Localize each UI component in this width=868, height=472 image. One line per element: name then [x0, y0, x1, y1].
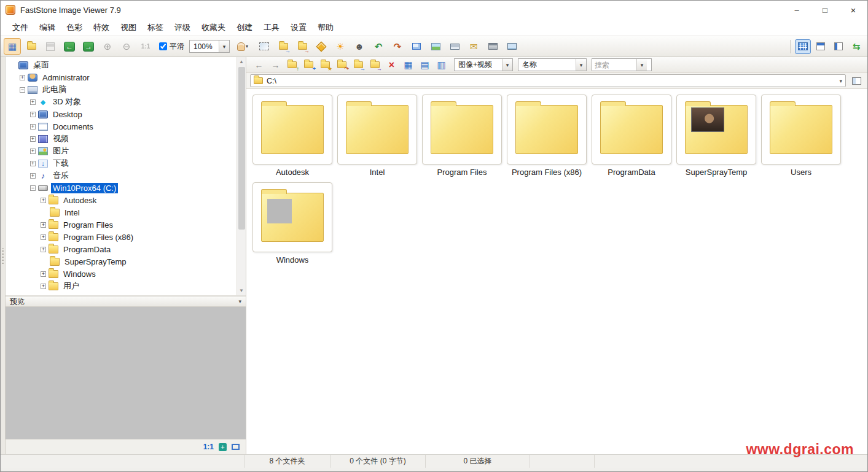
tree-label[interactable]: 下载 — [51, 157, 71, 169]
forward-button[interactable]: → — [268, 58, 283, 72]
thumbnail-SuperSprayTemp[interactable]: SuperSprayTemp — [676, 95, 756, 177]
view-thumbnails-button[interactable]: ▦ — [401, 58, 416, 72]
menu-item-11[interactable]: 帮助 — [312, 19, 339, 36]
tree-label[interactable]: 此电脑 — [41, 83, 68, 96]
red-eye-removal-button[interactable]: ☻ — [351, 38, 368, 55]
menu-item-8[interactable]: 创建 — [231, 19, 258, 36]
tree-item-下载[interactable]: +↓下载 — [6, 157, 237, 169]
fullscreen-switch-button[interactable]: ⇆ — [848, 39, 864, 54]
menu-item-5[interactable]: 标签 — [142, 19, 169, 36]
maximize-button[interactable]: □ — [811, 1, 839, 19]
expand-icon[interactable]: + — [41, 222, 46, 228]
menu-item-1[interactable]: 编辑 — [34, 19, 61, 36]
zoom-in-button[interactable]: ⊕ — [99, 38, 116, 55]
save-as-button[interactable] — [42, 38, 59, 55]
address-field[interactable]: C:\ ▾ — [250, 74, 846, 87]
left-edge-panel[interactable] — [1, 57, 6, 454]
next-image-button[interactable]: → — [80, 38, 97, 55]
filter-dropdown-icon[interactable]: ▾ — [502, 59, 512, 71]
tree-label[interactable]: Win10Prox64 (C:) — [51, 183, 118, 193]
expand-icon[interactable]: + — [30, 161, 36, 166]
thumbnail-card[interactable] — [507, 95, 587, 164]
layout-viewer-button[interactable] — [813, 39, 829, 54]
search-input[interactable] — [592, 60, 636, 70]
tree-item-SuperSprayTemp[interactable]: SuperSprayTemp — [6, 255, 237, 268]
scan-button[interactable] — [446, 38, 463, 55]
tree-item-Administrator[interactable]: +Administrator — [6, 71, 237, 83]
menu-item-10[interactable]: 设置 — [285, 19, 312, 36]
tree-panel-toggle-button[interactable] — [849, 74, 864, 87]
tree-label[interactable]: Autodesk — [61, 195, 98, 206]
tree-label[interactable]: 音乐 — [51, 169, 71, 182]
zoom-dropdown-icon[interactable]: ▾ — [219, 41, 229, 52]
tree-label[interactable]: 用户 — [61, 280, 81, 292]
tree-item-Program-Files-(x86)[interactable]: +Program Files (x86) — [6, 231, 237, 243]
expand-icon[interactable]: + — [30, 112, 36, 117]
preview-pan-button[interactable]: + — [219, 443, 227, 451]
tree-label[interactable]: Administrator — [41, 72, 92, 83]
filter-combobox[interactable]: 图像+视频 ▾ — [454, 58, 513, 71]
expand-icon[interactable]: + — [41, 247, 46, 252]
delete-button[interactable]: × — [384, 58, 399, 72]
thumbnail-card[interactable] — [337, 95, 417, 164]
actual-size-button[interactable]: 1:1 — [137, 38, 154, 55]
tree-item-3D-对象[interactable]: +◆3D 对象 — [6, 96, 237, 108]
tree-item-Intel[interactable]: Intel — [6, 206, 237, 219]
expand-icon[interactable]: + — [30, 124, 36, 130]
expand-icon[interactable]: + — [41, 234, 46, 240]
thumbnail-ProgramData[interactable]: ProgramData — [592, 95, 671, 177]
layout-browser-button[interactable] — [795, 39, 811, 54]
tree-item-Program-Files[interactable]: +Program Files — [6, 219, 237, 231]
preview-collapse-icon[interactable]: ▾ — [238, 298, 241, 304]
tree-item-桌面[interactable]: 桌面 — [6, 59, 237, 71]
tree-item-Windows[interactable]: +Windows — [6, 268, 237, 280]
thumbnail-card[interactable] — [252, 95, 332, 164]
tree-label[interactable]: Program Files — [61, 220, 115, 230]
menu-item-3[interactable]: 特效 — [88, 19, 115, 36]
tree-label[interactable]: 3D 对象 — [51, 96, 83, 108]
tree-label[interactable]: Windows — [61, 269, 98, 279]
thumbnail-Autodesk[interactable]: Autodesk — [252, 95, 332, 177]
tag-button[interactable] — [313, 38, 330, 55]
expand-icon[interactable]: + — [41, 271, 46, 277]
close-button[interactable]: × — [839, 1, 867, 19]
sort-dropdown-icon[interactable]: ▾ — [576, 59, 586, 71]
tree-item-Autodesk[interactable]: +Autodesk — [6, 194, 237, 206]
tree-label[interactable]: 桌面 — [31, 59, 51, 71]
tree-label[interactable]: ProgramData — [61, 244, 112, 255]
tree-label[interactable]: Desktop — [51, 109, 84, 120]
move-to-button[interactable]: → — [367, 58, 383, 72]
resize-grip[interactable] — [859, 463, 867, 471]
scroll-up-icon[interactable]: ▲ — [237, 57, 246, 66]
crop-board-button[interactable] — [256, 38, 273, 55]
tree-item-图片[interactable]: +图片 — [6, 145, 237, 157]
zoom-percent-combobox[interactable]: 100% ▾ — [189, 40, 230, 53]
edge-grip[interactable] — [2, 248, 4, 264]
tree-item-Documents[interactable]: +Documents — [6, 120, 237, 133]
zoom-out-button[interactable]: ⊖ — [118, 38, 135, 55]
tree-scrollbar[interactable]: ▲ ▼ — [237, 57, 246, 295]
tree-item-音乐[interactable]: +♪音乐 — [6, 169, 237, 182]
set-wallpaper-button[interactable] — [427, 38, 444, 55]
scroll-down-icon[interactable]: ▼ — [237, 286, 246, 295]
open-file-button[interactable] — [23, 38, 40, 55]
scrollbar-thumb[interactable] — [238, 67, 245, 230]
thumbnail-Users[interactable]: Users — [761, 95, 841, 177]
tree-label[interactable]: 图片 — [51, 145, 71, 157]
tree-item-ProgramData[interactable]: +ProgramData — [6, 243, 237, 255]
collapse-icon[interactable]: − — [30, 185, 36, 191]
rotate-left-button[interactable]: ↶ — [370, 38, 387, 55]
tree-label[interactable]: 视频 — [51, 133, 71, 145]
layout-image-button[interactable] — [831, 39, 846, 54]
tree-label[interactable]: Program Files (x86) — [61, 232, 135, 242]
preview-actual-size-button[interactable]: 1:1 — [203, 443, 214, 451]
tree-item-视频[interactable]: +视频 — [6, 133, 237, 145]
expand-icon[interactable]: + — [41, 284, 46, 289]
expand-icon[interactable]: + — [20, 75, 25, 80]
tree-item-Desktop[interactable]: +Desktop — [6, 108, 237, 120]
thumbnail-Windows[interactable]: Windows — [252, 182, 332, 265]
back-button[interactable]: ← — [251, 58, 267, 72]
expand-icon[interactable]: + — [30, 99, 36, 105]
hand-pan-button[interactable]: ▾ — [232, 38, 254, 55]
menu-item-7[interactable]: 收藏夹 — [196, 19, 231, 36]
